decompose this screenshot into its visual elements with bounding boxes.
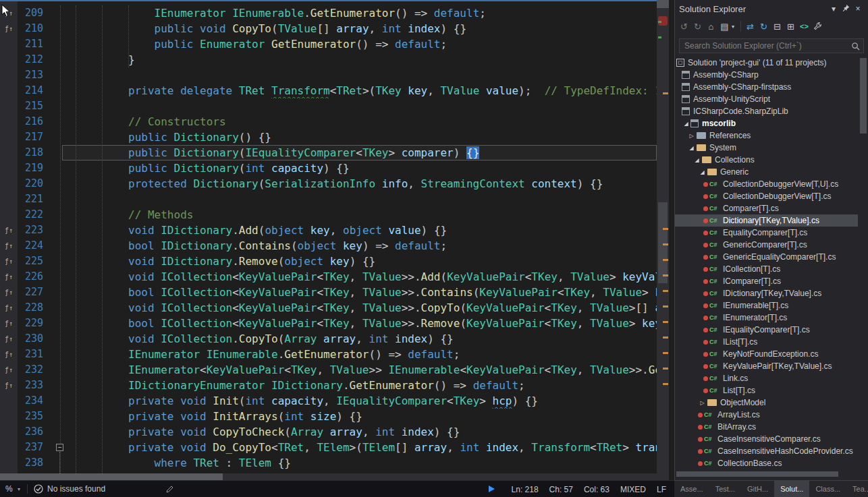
code-text[interactable]: public Enumerator GetEnumerator() => def… [62, 36, 657, 52]
tree-item[interactable]: Assembly-CSharp [675, 69, 858, 81]
home-icon[interactable]: ⌂ [705, 20, 717, 33]
editor-horizontal-scrollbar[interactable] [0, 473, 657, 480]
code-text[interactable]: // Methods [62, 207, 657, 223]
back-icon[interactable]: ↺ [678, 20, 690, 33]
line-number[interactable]: 238 [18, 455, 49, 471]
code-line[interactable]: 218 public Dictionary(IEqualityComparer<… [0, 145, 657, 160]
line-number[interactable]: 223 [18, 223, 49, 238]
forward-icon[interactable]: ↻ [691, 20, 704, 33]
code-text[interactable]: public Dictionary() {} [62, 129, 657, 145]
code-text[interactable]: IEnumerator<KeyValuePair<TKey, TValue>> … [62, 362, 657, 378]
implements-interface-glyph-icon[interactable]: ƒ↑ [0, 21, 18, 36]
status-line[interactable]: Ln: 218 [512, 485, 539, 494]
line-number[interactable]: 212 [18, 52, 49, 67]
code-line[interactable]: 234 private void Init(int capacity, IEqu… [0, 393, 657, 409]
line-number[interactable]: 215 [18, 98, 49, 114]
tree-item[interactable]: Assembly-UnityScript [675, 93, 858, 105]
line-number[interactable]: 216 [18, 114, 49, 129]
play-icon[interactable] [489, 486, 495, 492]
status-char[interactable]: Ch: 57 [549, 485, 573, 494]
code-line[interactable]: ƒ↑224 bool IDictionary.Contains(object k… [0, 238, 657, 254]
code-line[interactable]: 217 public Dictionary() {} [0, 129, 657, 145]
code-line[interactable]: 221 [0, 192, 657, 207]
tree-item[interactable]: C#CaseInsensitiveComparer.cs [675, 433, 858, 445]
implements-interface-glyph-icon[interactable]: ƒ↑ [0, 238, 18, 254]
code-line[interactable]: 215 [0, 98, 657, 114]
line-number[interactable]: 222 [18, 207, 49, 223]
line-number[interactable]: 237 [18, 440, 49, 455]
line-number[interactable]: 231 [18, 347, 49, 362]
refresh-icon[interactable]: ↻ [757, 20, 770, 33]
code-text[interactable] [62, 98, 657, 114]
line-number[interactable]: 218 [18, 145, 49, 160]
code-text[interactable]: void IDictionary.Remove(object key) {} [62, 254, 657, 269]
code-line[interactable]: ƒ↑229 bool ICollection<KeyValuePair<TKey… [0, 316, 657, 331]
code-text[interactable]: private delegate TRet Transform<TRet>(TK… [62, 83, 657, 98]
tree-item[interactable]: C#ArrayList.cs [675, 409, 858, 421]
code-text[interactable]: IEnumerator IEnumerable.GetEnumerator() … [62, 347, 657, 362]
issues-status-text[interactable]: No issues found [47, 484, 105, 494]
code-text[interactable]: public Dictionary(IEqualityComparer<TKey… [62, 145, 657, 160]
code-text[interactable]: IEnumerator IEnumerable.GetEnumerator() … [62, 5, 657, 21]
code-line[interactable]: 222 // Methods [0, 207, 657, 223]
code-line[interactable]: ƒ↑230 void ICollection.CopyTo(Array arra… [0, 331, 657, 347]
expand-arrow-icon[interactable]: ▷ [698, 400, 707, 406]
tree-item[interactable]: C#BitArray.cs [675, 421, 858, 433]
panel-tab[interactable]: Asse... [674, 481, 709, 497]
line-number[interactable]: 214 [18, 83, 49, 98]
collapse-arrow-icon[interactable]: ◢ [687, 145, 696, 151]
line-number[interactable]: 221 [18, 192, 49, 207]
code-text[interactable]: bool IDictionary.Contains(object key) =>… [62, 238, 657, 254]
code-text[interactable] [62, 192, 657, 207]
split-editor-gripper[interactable] [657, 0, 669, 8]
chevron-down-icon[interactable]: ▾ [828, 4, 840, 13]
editor-vertical-scrollbar[interactable] [657, 0, 669, 480]
search-input[interactable] [679, 38, 864, 53]
panel-vertical-scrollbar[interactable] [860, 58, 867, 134]
implements-interface-glyph-icon[interactable]: ƒ↑ [0, 316, 18, 331]
expand-arrow-icon[interactable]: ▷ [687, 133, 696, 139]
properties-wrench-icon[interactable] [811, 20, 824, 33]
implements-interface-glyph-icon[interactable]: ƒ↑ [0, 300, 18, 316]
tree-item[interactable]: C#CaseInsensitiveHashCodeProvider.cs [675, 445, 858, 457]
collapse-arrow-icon[interactable]: ◢ [682, 121, 690, 127]
tree-item[interactable]: C#IComparer[T].cs [675, 275, 858, 287]
tree-item[interactable]: C#CollectionBase.cs [675, 457, 858, 469]
code-line[interactable]: 238 where TRet : TElem {} [0, 455, 657, 471]
sync-with-active-document-icon[interactable]: ⇄ [744, 20, 757, 33]
code-line[interactable]: 235 private void InitArrays(int size) {} [0, 409, 657, 424]
panel-tab[interactable]: GitH... [741, 481, 774, 497]
tree-item[interactable]: C#CollectionDebuggerView[T,U].cs [675, 178, 858, 190]
zoom-caret-icon[interactable]: ▾ [18, 486, 20, 492]
search-icon[interactable] [851, 41, 860, 53]
panel-horizontal-scrollbar[interactable] [676, 471, 838, 477]
tree-item[interactable]: C#CollectionDebuggerView[T].cs [675, 190, 858, 202]
line-number[interactable]: 211 [18, 36, 49, 52]
close-icon[interactable]: × [852, 4, 864, 13]
line-number[interactable]: 225 [18, 254, 49, 269]
tree-item[interactable]: C#Link.cs [675, 372, 858, 384]
line-number[interactable]: 227 [18, 285, 49, 300]
tree-item[interactable]: C#KeyValuePair[TKey,TValue].cs [675, 360, 858, 372]
line-number[interactable]: 234 [18, 393, 49, 409]
code-text[interactable]: where TRet : TElem {} [62, 455, 657, 471]
tree-item[interactable]: C#EqualityComparer[T].cs [675, 227, 858, 239]
code-text[interactable]: private void CopyToCheck(Array array, in… [62, 424, 657, 440]
horizontal-scrollbar-thumb[interactable] [0, 473, 223, 480]
code-line[interactable]: ƒ↑209 IEnumerator IEnumerable.GetEnumera… [0, 5, 657, 21]
panel-tab[interactable]: Test... [709, 481, 741, 497]
code-line[interactable]: ƒ↑232 IEnumerator<KeyValuePair<TKey, TVa… [0, 362, 657, 378]
tree-item[interactable]: Assembly-CSharp-firstpass [675, 81, 858, 93]
code-text[interactable]: private void InitArrays(int size) {} [62, 409, 657, 424]
tree-item[interactable]: C#IEnumerator[T].cs [675, 312, 858, 324]
code-line[interactable]: ƒ↑228 void ICollection<KeyValuePair<TKey… [0, 300, 657, 316]
line-number[interactable]: 232 [18, 362, 49, 378]
code-text[interactable]: void ICollection<KeyValuePair<TKey, TVal… [62, 269, 657, 285]
collapse-all-icon[interactable]: ⊟ [771, 20, 784, 33]
collapse-arrow-icon[interactable]: ◢ [698, 169, 707, 175]
tree-item[interactable]: C#GenericComparer[T].cs [675, 239, 858, 251]
code-line[interactable]: ƒ↑233 IDictionaryEnumerator IDictionary.… [0, 378, 657, 393]
tree-item[interactable]: ICSharpCode.SharpZipLib [675, 105, 858, 117]
tree-item[interactable]: ▷ObjectModel [675, 397, 858, 409]
code-line[interactable]: ƒ↑225 void IDictionary.Remove(object key… [0, 254, 657, 269]
